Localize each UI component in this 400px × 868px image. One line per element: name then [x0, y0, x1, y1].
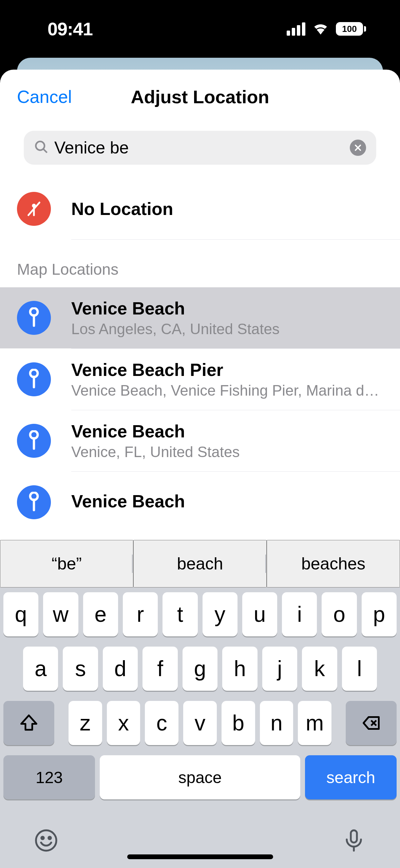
key-r[interactable]: r [123, 592, 158, 636]
location-row[interactable]: Venice Beach Los Angeles, CA, United Sta… [0, 287, 400, 348]
location-row[interactable]: Venice Beach Pier Venice Beach, Venice F… [0, 349, 400, 410]
search-icon [34, 140, 49, 156]
key-y[interactable]: y [203, 592, 237, 636]
battery-icon: 100 [336, 22, 366, 36]
location-subtitle: Venice Beach, Venice Fishing Pier, Marin… [71, 382, 383, 399]
location-subtitle: Venice, FL, United States [71, 444, 383, 460]
key-v[interactable]: v [183, 701, 217, 745]
key-l[interactable]: l [342, 647, 377, 691]
space-key[interactable]: space [100, 755, 300, 799]
key-z[interactable]: z [69, 701, 102, 745]
suggestion-1[interactable]: beach [133, 540, 267, 587]
key-x[interactable]: x [107, 701, 140, 745]
sheet-title: Adjust Location [131, 86, 269, 107]
svg-rect-9 [33, 376, 35, 388]
suggestion-2[interactable]: beaches [267, 540, 400, 587]
shift-key[interactable] [3, 701, 54, 745]
emoji-key[interactable] [34, 828, 58, 854]
key-b[interactable]: b [222, 701, 255, 745]
key-i[interactable]: i [282, 592, 317, 636]
status-indicators: 100 [287, 21, 366, 36]
key-n[interactable]: n [260, 701, 293, 745]
search-field[interactable] [24, 131, 376, 165]
clear-search-button[interactable] [350, 140, 366, 156]
key-s[interactable]: s [63, 647, 98, 691]
key-e[interactable]: e [83, 592, 118, 636]
suggestion-0[interactable]: “be” [0, 540, 133, 587]
svg-rect-13 [33, 499, 35, 511]
map-pin-icon [17, 485, 51, 519]
cellular-icon [287, 22, 305, 36]
location-row[interactable]: Venice Beach [0, 472, 400, 533]
dictation-key[interactable] [342, 828, 366, 854]
no-location-row[interactable]: No Location [0, 178, 400, 239]
key-w[interactable]: w [43, 592, 78, 636]
key-d[interactable]: d [103, 647, 138, 691]
key-o[interactable]: o [322, 592, 357, 636]
backspace-key[interactable] [346, 701, 397, 745]
svg-rect-7 [33, 314, 35, 327]
search-input[interactable] [54, 138, 344, 158]
key-f[interactable]: f [142, 647, 177, 691]
location-row[interactable]: Venice Beach Venice, FL, United States [0, 410, 400, 471]
key-c[interactable]: c [145, 701, 178, 745]
battery-level: 100 [336, 22, 363, 36]
numbers-key[interactable]: 123 [3, 755, 95, 799]
keyboard: “be” beach beaches qwertyuiop asdfghjkl … [0, 540, 400, 868]
svg-point-17 [41, 836, 44, 839]
key-q[interactable]: q [3, 592, 38, 636]
location-title: Venice Beach [71, 491, 383, 511]
key-g[interactable]: g [183, 647, 217, 691]
section-header: Map Locations [0, 240, 400, 287]
location-title: Venice Beach Pier [71, 360, 383, 380]
sheet-header: Cancel Adjust Location [0, 70, 400, 124]
map-pin-icon [17, 301, 51, 335]
map-pin-icon [17, 362, 51, 396]
home-indicator[interactable] [127, 854, 273, 859]
key-j[interactable]: j [262, 647, 297, 691]
no-location-label: No Location [71, 199, 173, 219]
key-m[interactable]: m [298, 701, 331, 745]
key-h[interactable]: h [222, 647, 257, 691]
location-title: Venice Beach [71, 421, 383, 441]
location-subtitle: Los Angeles, CA, United States [71, 321, 383, 338]
key-k[interactable]: k [302, 647, 337, 691]
svg-point-18 [49, 836, 51, 839]
svg-point-16 [36, 830, 56, 851]
svg-point-0 [36, 142, 45, 150]
location-title: Venice Beach [71, 298, 383, 319]
key-u[interactable]: u [242, 592, 277, 636]
key-t[interactable]: t [163, 592, 197, 636]
suggestion-bar: “be” beach beaches [0, 540, 400, 587]
map-pin-icon [17, 424, 51, 458]
status-time: 09:41 [47, 18, 93, 39]
svg-line-1 [43, 149, 47, 153]
key-a[interactable]: a [23, 647, 58, 691]
svg-rect-11 [33, 437, 35, 450]
no-location-icon [17, 192, 51, 226]
svg-rect-19 [351, 830, 357, 843]
key-p[interactable]: p [362, 592, 397, 636]
search-key[interactable]: search [305, 755, 397, 799]
cancel-button[interactable]: Cancel [17, 87, 72, 107]
wifi-icon [312, 21, 329, 36]
status-bar: 09:41 100 [0, 0, 400, 58]
